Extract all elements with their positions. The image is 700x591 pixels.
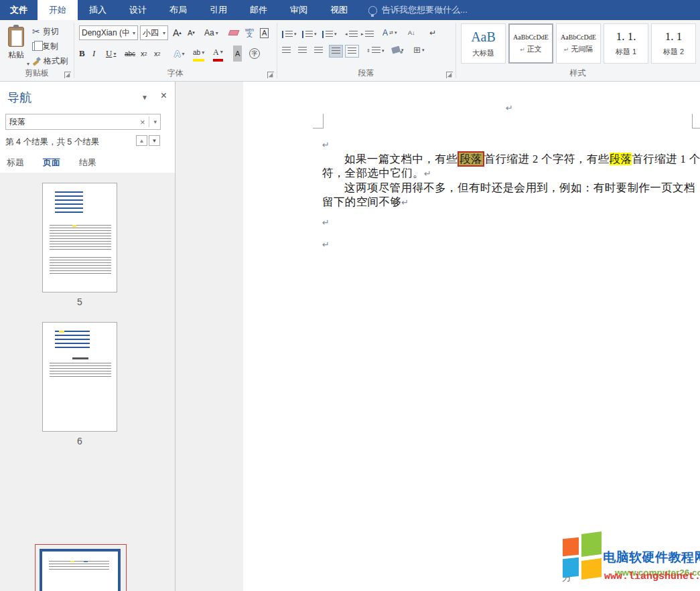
justify-button[interactable] (329, 45, 343, 58)
style-heading1[interactable]: 1. 1. 标题 1 (604, 23, 648, 64)
tab-design[interactable]: 设计 (118, 0, 158, 20)
sort-icon: A↓ (408, 30, 415, 36)
ribbon-tab-bar: 文件 开始 插入 设计 布局 引用 邮件 审阅 视图 告诉我您想要做什么... (0, 0, 700, 20)
enclose-characters-button[interactable]: 字 (249, 46, 260, 62)
asian-layout-button[interactable]: A⇄▾ (382, 25, 397, 40)
previous-result-button[interactable]: ▲ (136, 135, 147, 146)
font-name-combobox[interactable]: DengXian (中 ▾ (79, 25, 138, 40)
chevron-down-icon[interactable]: ▾ (161, 30, 165, 36)
tab-mailings[interactable]: 邮件 (238, 0, 279, 20)
navigation-pane-menu-arrow[interactable]: ▼ (141, 94, 148, 101)
subscript-button[interactable]: x2 (141, 46, 147, 62)
sort-button[interactable]: A↓ (408, 25, 415, 40)
bullets-icon (282, 31, 293, 38)
clear-formatting-button[interactable] (229, 25, 238, 40)
numbering-button[interactable]: ▾ (302, 27, 317, 41)
underline-button[interactable]: U▾ (106, 46, 116, 62)
paste-button[interactable]: 粘贴 ▾ (3, 24, 29, 68)
bold-label: B (79, 48, 85, 59)
tab-references[interactable]: 引用 (198, 0, 238, 20)
text-effects-button[interactable]: A▾ (174, 46, 184, 62)
document-page[interactable]: ↵ ↵ 如果一篇文档中，有些段落首行缩进 2 个字符，有些段落首行缩进 1 个字… (243, 82, 700, 591)
grow-font-button[interactable]: A (173, 25, 182, 40)
shading-button[interactable]: ▾ (392, 47, 404, 53)
search-options-arrow[interactable]: ▾ (149, 116, 157, 127)
navigation-pane: 导航 ▼ × 段落 × ▾ 第 4 个结果，共 5 个结果 ▲ ▼ 标题 页面 … (0, 82, 176, 591)
italic-button[interactable]: I (92, 46, 95, 62)
arrow-up-icon: ▲ (139, 138, 145, 144)
font-size-combobox[interactable]: 小四 ▾ (140, 25, 168, 40)
align-center-button[interactable] (298, 47, 307, 54)
margin-crop-mark (313, 114, 324, 129)
show-hide-marks-button[interactable]: ↵ (429, 25, 436, 40)
character-shading-button[interactable]: A (233, 46, 242, 62)
multilevel-list-button[interactable]: ▾ (322, 27, 337, 41)
text-highlight-button[interactable]: ab▾ (193, 46, 204, 62)
search-hit: 段落 (610, 153, 632, 165)
character-border-button[interactable]: A (260, 25, 269, 40)
tab-file[interactable]: 文件 (0, 0, 38, 20)
clipboard-dialog-launcher[interactable] (64, 72, 71, 78)
text-line: 如果一篇文档中，有些段落首行缩进 2 个字符，有些段落首行缩进 1 个字 (322, 152, 699, 166)
text-line: 符，全部选中它们。↵ (322, 166, 699, 181)
paragraph-dialog-launcher[interactable] (446, 72, 453, 78)
borders-button[interactable]: ⊞▾ (413, 46, 424, 54)
nav-tab-pages[interactable]: 页面 (43, 157, 60, 175)
increase-indent-button[interactable]: ▸ (361, 27, 374, 41)
paragraph-mark: ↵ (424, 169, 431, 179)
paste-dropdown-arrow[interactable]: ▾ (25, 61, 29, 67)
page-thumbnails-panel[interactable]: 5 6 7 (0, 173, 175, 591)
document-text[interactable]: ↵ 如果一篇文档中，有些段落首行缩进 2 个字符，有些段落首行缩进 1 个字 符… (322, 130, 699, 252)
format-painter-label: 格式刷 (44, 56, 68, 67)
style-label: 大标题 (472, 48, 494, 58)
decrease-indent-button[interactable]: ◂ (345, 27, 358, 41)
style-heading2[interactable]: 1. 1 标题 2 (651, 23, 696, 64)
tab-insert[interactable]: 插入 (78, 0, 118, 20)
distribute-button[interactable] (345, 45, 359, 58)
change-case-button[interactable]: Aa▾ (204, 25, 218, 40)
thumbnail-page-7-selected[interactable] (40, 549, 121, 591)
tab-layout[interactable]: 布局 (158, 0, 198, 20)
group-paragraph: ▾ ▾ ▾ ◂ ▸ A⇄▾ A↓ ↵ ⇕▾ ▾ ⊞▾ 段落 (277, 20, 456, 81)
strikethrough-label: abc (125, 50, 135, 58)
group-styles: AaB 大标题 AaBbCcDdE ↵ 正文 AaBbCcDdE ↵ 无间隔 1… (456, 20, 700, 81)
bold-button[interactable]: B (79, 46, 85, 62)
bullets-button[interactable]: ▾ (282, 27, 297, 41)
style-normal[interactable]: AaBbCcDdE ↵ 正文 (508, 23, 553, 64)
tell-me-box[interactable]: 告诉我您想要做什么... (368, 0, 468, 20)
nav-tab-results[interactable]: 结果 (79, 157, 96, 175)
lightbulb-icon (368, 6, 377, 15)
chevron-down-icon[interactable]: ▾ (131, 30, 135, 36)
line-spacing-button[interactable]: ⇕▾ (366, 47, 384, 54)
tab-review[interactable]: 审阅 (279, 0, 319, 20)
phonetic-guide-button[interactable]: wén 文 (245, 25, 254, 40)
next-result-button[interactable]: ▼ (149, 135, 160, 146)
tab-home[interactable]: 开始 (38, 0, 78, 20)
copy-button[interactable]: 复制 (32, 39, 58, 54)
align-right-button[interactable] (314, 47, 323, 54)
shrink-font-button[interactable]: A (188, 25, 195, 40)
style-label: ↵ 正文 (520, 44, 542, 54)
font-size-value: 小四 (143, 27, 159, 39)
cut-button[interactable]: ✂ 剪切 (32, 24, 59, 39)
thumbnail-page-6[interactable] (42, 322, 117, 432)
strikethrough-button[interactable]: abc (125, 46, 135, 62)
windows-logo-icon (561, 533, 603, 580)
nav-tab-headings[interactable]: 标题 (7, 157, 24, 175)
document-search-input[interactable]: 段落 × ▾ (5, 114, 161, 130)
style-no-spacing[interactable]: AaBbCcDdE ↵ 无间隔 (556, 23, 601, 64)
thumb-text-lines (50, 225, 111, 250)
align-left-button[interactable] (282, 47, 291, 54)
style-title[interactable]: AaB 大标题 (461, 23, 506, 64)
align-right-icon (314, 47, 323, 54)
font-color-button[interactable]: A▾ (213, 46, 223, 62)
tab-view[interactable]: 视图 (319, 0, 359, 20)
thumbnail-page-5[interactable] (42, 183, 117, 292)
clear-search-icon[interactable]: × (136, 117, 149, 127)
superscript-button[interactable]: x2 (154, 46, 160, 62)
paste-label: 粘贴 (8, 50, 24, 61)
format-painter-button[interactable]: 格式刷 (32, 54, 68, 68)
navigation-pane-close-button[interactable]: × (161, 90, 167, 102)
font-dialog-launcher[interactable] (267, 72, 274, 78)
text-line: 留下的空间不够↵ (322, 195, 699, 209)
